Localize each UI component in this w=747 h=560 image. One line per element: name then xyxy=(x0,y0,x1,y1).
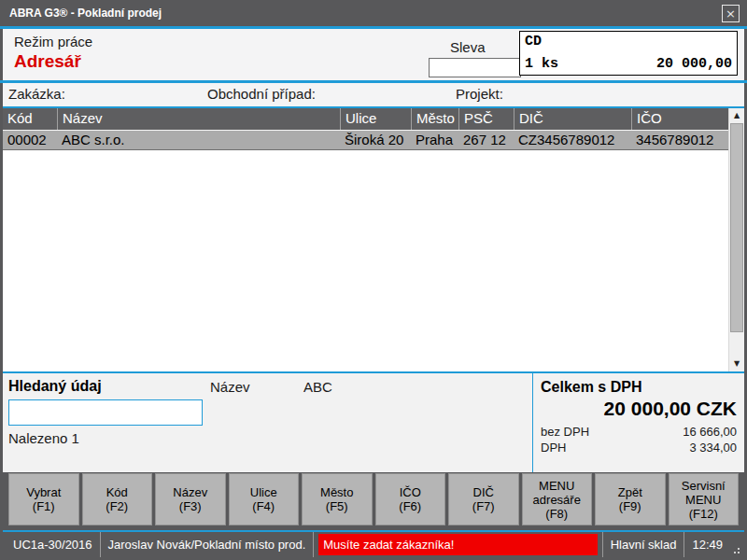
cell-name: ABC s.r.o. xyxy=(57,131,340,149)
cell-city: Praha xyxy=(411,131,458,149)
vat-label: DPH xyxy=(541,441,566,455)
address-menu-button[interactable]: MENU adresáře(F8) xyxy=(522,473,593,525)
scroll-down-icon[interactable]: ▼ xyxy=(729,357,744,371)
table-header: Kód Název Ulice Město PSČ DIČ IČO xyxy=(3,108,728,130)
error-message: Musíte zadat zákazníka! xyxy=(318,534,597,555)
project-label: Projekt: xyxy=(456,86,503,102)
column-header[interactable]: PSČ xyxy=(458,108,514,130)
search-field-value: ABC xyxy=(303,379,332,395)
current-item-panel: CD 1 ks 20 000,00 xyxy=(519,31,738,76)
close-icon[interactable]: × xyxy=(722,5,740,22)
function-button-row: Vybrat(F1) Kód(F2) Název(F3) Ulice(F4) M… xyxy=(3,472,744,530)
discount-input[interactable] xyxy=(429,58,521,77)
cell-zip: 267 12 xyxy=(458,131,514,149)
back-button[interactable]: Zpět(F9) xyxy=(595,473,666,525)
search-input[interactable] xyxy=(8,399,203,426)
cell-company-id: 3456789012 xyxy=(631,131,728,149)
column-header[interactable]: Ulice xyxy=(340,108,411,130)
search-and-totals-section: Hledaný údaj Název ABC Nalezeno 1 Celkem… xyxy=(3,373,744,472)
company-id-button[interactable]: IČO(F6) xyxy=(375,473,446,525)
clock: 12:49 xyxy=(685,538,729,552)
column-header[interactable]: Kód xyxy=(3,108,57,130)
totals-panel: Celkem s DPH 20 000,00 CZK bez DPH 16 66… xyxy=(532,373,744,472)
item-quantity: 1 ks xyxy=(525,56,558,72)
warehouse-name: Hlavní sklad xyxy=(604,538,684,552)
select-button[interactable]: Vybrat(F1) xyxy=(8,473,79,525)
street-button[interactable]: Ulice(F4) xyxy=(229,473,300,525)
work-mode-value: Adresář xyxy=(14,51,81,72)
scroll-up-icon[interactable]: ▲ xyxy=(729,108,744,123)
document-number: UC1a-30/2016 xyxy=(7,538,99,552)
work-mode-label: Režim práce xyxy=(14,34,92,49)
column-header[interactable]: IČO xyxy=(631,108,728,130)
vertical-scrollbar[interactable]: ▲ ▼ xyxy=(728,108,744,371)
status-divider xyxy=(313,532,314,557)
city-button[interactable]: Město(F5) xyxy=(302,473,373,525)
search-field-label: Název xyxy=(210,379,250,395)
cell-code: 00002 xyxy=(3,131,57,149)
search-result-count: Nalezeno 1 xyxy=(8,430,79,446)
vat-value: 3 334,00 xyxy=(689,441,737,455)
status-divider xyxy=(684,532,684,557)
total-with-vat-label: Celkem s DPH xyxy=(541,379,737,396)
name-button[interactable]: Název(F3) xyxy=(155,473,226,525)
total-amount: 20 000,00 CZK xyxy=(541,398,737,420)
scrollbar-track[interactable] xyxy=(729,123,744,357)
status-bar: UC1a-30/2016 Jaroslav Novák/Pokladní mís… xyxy=(3,532,744,557)
order-label: Zakázka: xyxy=(8,86,65,102)
column-header[interactable]: Název xyxy=(57,108,340,130)
resize-grip-icon[interactable] xyxy=(729,532,742,557)
window-title: ABRA G3® - Pokladní prodej xyxy=(9,7,722,20)
without-vat-label: bez DPH xyxy=(541,425,589,439)
item-name: CD xyxy=(520,32,737,49)
service-menu-button[interactable]: Servisní MENU(F12) xyxy=(669,473,740,525)
address-table: Kód Název Ulice Město PSČ DIČ IČO 00002 … xyxy=(3,108,744,371)
header-section: Režim práce Adresář Sleva CD 1 ks 20 000… xyxy=(3,29,744,80)
user-and-station: Jaroslav Novák/Pokladní místo prod. xyxy=(102,538,313,552)
vat-id-button[interactable]: DIČ(F7) xyxy=(448,473,519,525)
search-label: Hledaný údaj xyxy=(8,378,102,395)
context-row: Zakázka: Obchodní případ: Projekt: xyxy=(3,83,744,106)
column-header[interactable]: DIČ xyxy=(514,108,631,130)
item-price: 20 000,00 xyxy=(656,56,732,72)
discount-label: Sleva xyxy=(450,39,486,55)
code-button[interactable]: Kód(F2) xyxy=(82,473,153,525)
without-vat-value: 16 666,00 xyxy=(683,425,737,439)
cell-vat-id: CZ3456789012 xyxy=(514,131,631,149)
column-header[interactable]: Město xyxy=(411,108,458,130)
status-divider xyxy=(100,532,101,557)
business-case-label: Obchodní případ: xyxy=(207,86,316,102)
titlebar: ABRA G3® - Pokladní prodej × xyxy=(0,0,747,26)
table-row[interactable]: 00002 ABC s.r.o. Široká 20 Praha 267 12 … xyxy=(3,130,728,150)
app-window: ABRA G3® - Pokladní prodej × Režim práce… xyxy=(0,0,747,560)
scrollbar-thumb[interactable] xyxy=(730,123,743,332)
cell-street: Široká 20 xyxy=(340,131,411,149)
status-divider xyxy=(602,532,603,557)
